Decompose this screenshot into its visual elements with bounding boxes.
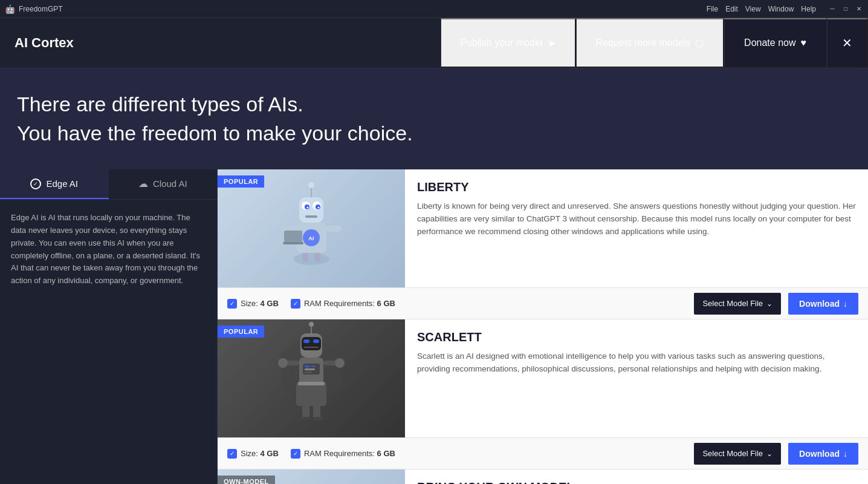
header-close-button[interactable]: ✕ bbox=[827, 18, 868, 68]
svg-rect-35 bbox=[303, 339, 309, 343]
scarlett-robot-svg bbox=[263, 321, 360, 436]
menu-window[interactable]: Window bbox=[768, 5, 794, 13]
hero-heading: There are different types of AIs. You ha… bbox=[17, 90, 851, 148]
request-models-button[interactable]: Request more models ⬡ bbox=[576, 18, 725, 68]
svg-rect-23 bbox=[298, 382, 325, 385]
heart-icon: ♥ bbox=[801, 38, 807, 48]
tab-cloud-label: Cloud AI bbox=[153, 178, 187, 189]
model-name-liberty: LIBERTY bbox=[417, 180, 856, 194]
tab-edge[interactable]: Edge AI bbox=[0, 169, 109, 199]
size-label-scarlett: Size: 4 GB bbox=[241, 449, 279, 458]
edge-icon bbox=[30, 178, 41, 189]
sidebar: Edge AI ☁ Cloud AI Edge AI is AI that ru… bbox=[0, 169, 218, 484]
size-checkbox-scarlett: ✓ bbox=[227, 449, 237, 459]
svg-rect-41 bbox=[314, 417, 323, 420]
minimize-button[interactable]: ─ bbox=[828, 5, 837, 13]
select-model-file-scarlett[interactable]: Select Model File ⌄ bbox=[694, 443, 781, 465]
svg-text:AI: AI bbox=[309, 235, 314, 241]
content-area: Edge AI ☁ Cloud AI Edge AI is AI that ru… bbox=[0, 169, 868, 484]
model-desc-scarlett: Scarlett is an AI designed with emotiona… bbox=[417, 350, 856, 430]
svg-rect-17 bbox=[305, 215, 317, 218]
download-icon-liberty: ↓ bbox=[843, 299, 847, 309]
size-label-liberty: Size: 4 GB bbox=[241, 299, 279, 308]
svg-rect-36 bbox=[313, 339, 319, 343]
svg-rect-39 bbox=[313, 405, 320, 418]
model-card-scarlett: POPULAR bbox=[218, 319, 868, 469]
chevron-down-icon-scarlett: ⌄ bbox=[766, 450, 772, 458]
model-image-liberty: POPULAR AI bbox=[218, 169, 405, 287]
tab-edge-label: Edge AI bbox=[46, 178, 78, 189]
menu-edit[interactable]: Edit bbox=[725, 5, 738, 13]
svg-point-32 bbox=[335, 358, 345, 368]
model-info-liberty: LIBERTY Liberty is known for being very … bbox=[405, 169, 868, 287]
hero-section: There are different types of AIs. You ha… bbox=[0, 68, 868, 169]
close-icon: ✕ bbox=[842, 36, 852, 50]
model-image-own: OWN-MODEL AI bbox=[218, 469, 405, 484]
svg-rect-9 bbox=[283, 242, 303, 244]
select-model-file-liberty[interactable]: Select Model File ⌄ bbox=[694, 293, 781, 315]
menu-help[interactable]: Help bbox=[801, 5, 816, 13]
maximize-button[interactable]: □ bbox=[841, 5, 850, 13]
svg-point-31 bbox=[278, 358, 288, 368]
download-label-liberty: Download bbox=[799, 299, 840, 309]
model-footer-liberty: ✓ Size: 4 GB ✓ RAM Requirements: 6 GB Se… bbox=[218, 287, 868, 319]
model-card-liberty: POPULAR AI bbox=[218, 169, 868, 319]
ram-checkbox-liberty: ✓ bbox=[291, 299, 300, 309]
model-card-main-liberty: POPULAR AI bbox=[218, 169, 868, 287]
model-info-own: BRING YOUR OWN MODEL You can download an… bbox=[405, 469, 868, 484]
download-button-scarlett[interactable]: Download ↓ bbox=[788, 443, 858, 465]
size-checkbox-liberty: ✓ bbox=[227, 299, 237, 309]
header-logo: AI Cortex bbox=[0, 35, 441, 51]
model-badge-scarlett: POPULAR bbox=[218, 325, 264, 338]
model-card-main-own: OWN-MODEL AI bbox=[218, 469, 868, 484]
ram-label-scarlett: RAM Requirements: 6 GB bbox=[304, 449, 395, 458]
menu-bar: File Edit View Window Help bbox=[707, 5, 816, 13]
hero-line2: You have the freedom to make your choice… bbox=[17, 122, 413, 145]
model-badge-liberty: POPULAR bbox=[218, 175, 264, 188]
download-icon-scarlett: ↓ bbox=[843, 449, 847, 459]
model-footer-scarlett: ✓ Size: 4 GB ✓ RAM Requirements: 6 GB Se… bbox=[218, 437, 868, 469]
request-models-label: Request more models bbox=[596, 38, 691, 48]
model-name-scarlett: SCARLETT bbox=[417, 330, 856, 344]
models-list: POPULAR AI bbox=[218, 169, 868, 484]
svg-rect-10 bbox=[299, 197, 323, 223]
svg-point-16 bbox=[318, 206, 320, 208]
tabs: Edge AI ☁ Cloud AI bbox=[0, 169, 217, 200]
svg-rect-7 bbox=[326, 226, 342, 232]
size-item-liberty: ✓ Size: 4 GB bbox=[227, 299, 279, 309]
ram-label-liberty: RAM Requirements: 6 GB bbox=[304, 299, 395, 308]
svg-rect-25 bbox=[305, 365, 309, 367]
svg-point-15 bbox=[307, 206, 309, 208]
close-button[interactable]: ✕ bbox=[855, 5, 863, 13]
ram-item-scarlett: ✓ RAM Requirements: 6 GB bbox=[291, 449, 395, 459]
svg-rect-40 bbox=[299, 417, 309, 420]
ram-item-liberty: ✓ RAM Requirements: 6 GB bbox=[291, 299, 395, 309]
model-name-own: BRING YOUR OWN MODEL bbox=[417, 480, 856, 484]
svg-rect-26 bbox=[311, 365, 316, 367]
cloud-icon: ☁ bbox=[138, 178, 148, 189]
model-info-scarlett: SCARLETT Scarlett is an AI designed with… bbox=[405, 319, 868, 437]
model-card-own: OWN-MODEL AI bbox=[218, 469, 868, 484]
chevron-down-icon-liberty: ⌄ bbox=[766, 299, 772, 308]
svg-point-19 bbox=[308, 182, 314, 188]
menu-view[interactable]: View bbox=[745, 5, 761, 13]
hero-line1: There are different types of AIs. bbox=[17, 93, 303, 116]
titlebar: 🤖 FreedomGPT File Edit View Window Help … bbox=[0, 0, 868, 18]
publish-icon: ➤ bbox=[548, 38, 555, 49]
model-card-main-scarlett: POPULAR bbox=[218, 319, 868, 437]
tab-cloud[interactable]: ☁ Cloud AI bbox=[109, 169, 218, 199]
window-controls: ─ □ ✕ bbox=[828, 5, 863, 13]
header-actions: Publish your model ➤ Request more models… bbox=[441, 18, 868, 68]
ram-checkbox-scarlett: ✓ bbox=[291, 449, 300, 459]
svg-rect-34 bbox=[302, 337, 321, 350]
publish-model-button[interactable]: Publish your model ➤ bbox=[441, 18, 576, 68]
svg-rect-37 bbox=[304, 347, 319, 348]
donate-button[interactable]: Donate now ♥ bbox=[724, 18, 827, 68]
svg-point-43 bbox=[309, 322, 314, 327]
model-image-scarlett: POPULAR bbox=[218, 319, 405, 437]
download-button-liberty[interactable]: Download ↓ bbox=[788, 293, 858, 315]
app-icon: 🤖 bbox=[5, 4, 15, 14]
app-title: FreedomGPT bbox=[19, 5, 707, 13]
svg-point-0 bbox=[293, 253, 329, 265]
menu-file[interactable]: File bbox=[707, 5, 718, 13]
